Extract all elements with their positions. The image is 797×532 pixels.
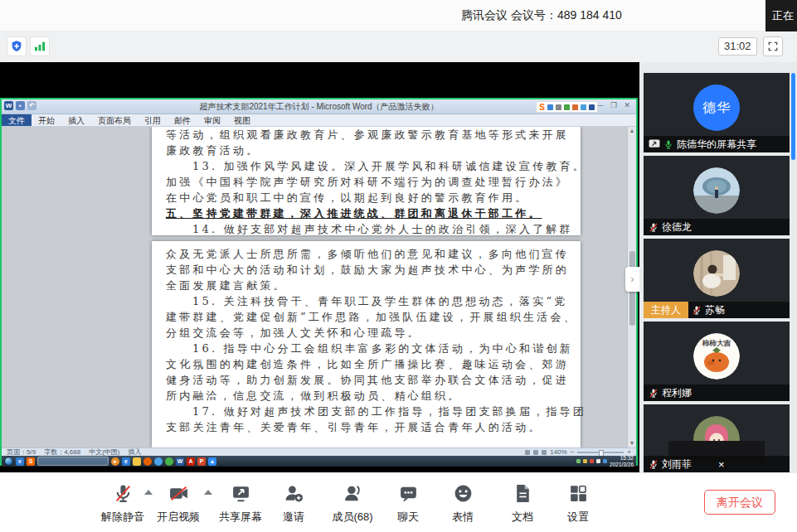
- document-icon: [513, 483, 533, 504]
- camera-off-icon: [168, 483, 189, 504]
- doc-heading: 五、坚持党建带群建，深入推进统战、群团和离退休干部工作。: [152, 206, 581, 221]
- pdf-icon[interactable]: A: [187, 457, 195, 466]
- fullscreen-icon: [767, 41, 779, 52]
- settings-button[interactable]: 设置: [549, 483, 607, 525]
- cloud-app-icon[interactable]: [154, 457, 163, 466]
- participants-sidebar: 德华 陈德华的屏幕共享: [639, 62, 797, 472]
- input-mode-icon: [547, 104, 553, 110]
- participant-tile[interactable]: 徐德龙: [644, 156, 790, 235]
- titlebar: 腾讯会议 会议号：489 184 410 正在: [0, 0, 797, 31]
- security-button[interactable]: [7, 36, 27, 56]
- view-mode-icon[interactable]: [525, 450, 530, 455]
- mic-input-icon: [572, 104, 578, 110]
- sogou-logo-icon: S: [539, 103, 545, 112]
- meeting-toolbar: 解除静音 开启视频 共享屏幕: [0, 472, 797, 532]
- word-taskbar-icon[interactable]: W: [176, 457, 184, 466]
- clock-time: 15:32: [610, 455, 634, 461]
- word-document-area: 等活动，组织观看廉政教育片、参观廉政警示教育基地等形式来开展 廉政教育活动。 1…: [2, 127, 636, 447]
- zoom-level: 140%: [550, 448, 566, 456]
- word-window-controls[interactable]: ─ ❐ ✕: [598, 101, 633, 109]
- doc-line: 15. 关注科技骨干、青年职工及学生群体的思想动态，落实“党: [152, 293, 581, 309]
- docs-button[interactable]: 文档: [493, 483, 552, 525]
- participant-name: 徐德龙: [662, 220, 692, 235]
- doc-line: 14. 做好支部对超声技术中心党外人士的政治引领，深入了解群: [152, 221, 581, 237]
- shield-plus-icon: [10, 40, 23, 53]
- sogou-input-toolbar: S: [536, 101, 598, 113]
- document-page-1: 等活动，组织观看廉政教育片、参观廉政警示教育基地等形式来开展 廉政教育活动。 1…: [152, 127, 581, 235]
- mic-muted-icon: [649, 222, 658, 233]
- invite-button[interactable]: 邀请: [265, 483, 323, 525]
- participant-tile[interactable]: 柿柿大吉 程利娜: [644, 322, 790, 401]
- signal-bars-icon: [33, 40, 46, 53]
- media-player-icon[interactable]: ▸: [111, 457, 119, 466]
- word-status-bar: 页面：5/9 字数：4,688 中文(中国) 插入 140% − +: [2, 447, 636, 456]
- start-button-icon[interactable]: [4, 457, 13, 466]
- doc-line: 廉政教育活动。: [152, 143, 581, 158]
- unmute-button[interactable]: 解除静音: [94, 483, 152, 525]
- word-tab-mailings[interactable]: 邮件: [168, 114, 197, 126]
- meeting-window: 腾讯会议 会议号：489 184 410 正在 31:02: [0, 0, 797, 532]
- scroll-down-icon[interactable]: ▼: [628, 439, 636, 447]
- tray-icon[interactable]: [576, 459, 581, 463]
- sidebar-scrollbar-thumb[interactable]: [791, 73, 795, 160]
- browser-360-icon[interactable]: [165, 457, 173, 466]
- members-icon: [343, 483, 363, 504]
- mic-on-icon: [663, 139, 673, 150]
- invite-icon: [284, 483, 304, 504]
- tray-icon[interactable]: [583, 459, 587, 463]
- close-icon[interactable]: ×: [718, 458, 725, 471]
- shared-screen-stage: W ▪ ↶ 超声技术支部2021年工作计划 - Microsoft Word（产…: [0, 62, 639, 472]
- start-video-button[interactable]: 开启视频: [149, 483, 207, 525]
- folder-icon[interactable]: [133, 457, 141, 466]
- tray-icon[interactable]: [596, 459, 600, 463]
- doc-line: 在中心党员和职工中的宣传，以期起到良好的警示教育作用。: [152, 190, 581, 206]
- doc-line: 分组交流会等，加强人文关怀和心理疏导。: [152, 325, 581, 341]
- leave-meeting-button[interactable]: 离开会议: [704, 490, 775, 515]
- word-tab-view[interactable]: 视图: [227, 114, 257, 126]
- sogou-icon[interactable]: S: [27, 457, 35, 466]
- doc-line: 全面发展建言献策。: [152, 278, 581, 293]
- word-tab-layout[interactable]: 页面布局: [91, 114, 138, 126]
- fullscreen-button[interactable]: [763, 36, 783, 56]
- keyboard-icon: [556, 104, 561, 110]
- view-mode-icon[interactable]: [542, 450, 547, 455]
- tray-icon[interactable]: [590, 459, 594, 463]
- word-tab-home[interactable]: 开始: [32, 114, 61, 126]
- powerpoint-icon[interactable]: P: [197, 457, 206, 466]
- meeting-title: 腾讯会议 会议号：489 184 410: [461, 8, 622, 23]
- ie-icon[interactable]: e: [122, 457, 130, 466]
- zoom-out-icon[interactable]: −: [571, 448, 575, 456]
- firefox-icon[interactable]: [143, 457, 152, 466]
- participant-tile[interactable]: 刘雨菲 ×: [644, 404, 790, 472]
- participant-name: 刘雨菲: [662, 457, 692, 472]
- chat-button[interactable]: 聊天: [379, 483, 437, 525]
- view-mode-icon[interactable]: [533, 450, 538, 455]
- word-tab-references[interactable]: 引用: [138, 114, 168, 126]
- members-button[interactable]: 成员(68): [323, 483, 381, 525]
- sharing-toast: 正在: [765, 0, 797, 31]
- meeting-app-icon[interactable]: ▲: [208, 457, 216, 466]
- avatar: [693, 250, 740, 297]
- mic-muted-icon: [649, 459, 658, 470]
- participant-tile[interactable]: 主持人 苏畅: [644, 239, 790, 318]
- word-tab-review[interactable]: 审阅: [197, 114, 227, 126]
- participant-name: 程利娜: [662, 386, 692, 400]
- ie-icon[interactable]: e: [16, 457, 24, 466]
- word-tab-insert[interactable]: 插入: [61, 114, 91, 126]
- share-screen-button[interactable]: 共享屏幕: [211, 483, 270, 525]
- zoom-slider[interactable]: [577, 452, 624, 453]
- active-task-button[interactable]: [37, 457, 109, 466]
- word-tab-file[interactable]: 文件: [2, 114, 32, 126]
- doc-line: 等活动，组织观看廉政教育片、参观廉政警示教育基地等形式来开展: [152, 127, 581, 143]
- emoji-button[interactable]: 表情: [434, 483, 492, 525]
- tray-icon[interactable]: [603, 459, 607, 463]
- network-status-button[interactable]: [30, 36, 50, 56]
- scroll-up-icon[interactable]: ▲: [628, 127, 636, 135]
- sidebar-collapse-button[interactable]: ›: [625, 267, 639, 292]
- doc-line: 支部和中心大的活动和计划，鼓励大家为超声技术中心、为声学所的: [152, 262, 581, 278]
- doc-line: 众及无党派人士所思所需，多倾听他们的意见和建议，多向他们宣传: [152, 246, 581, 262]
- mail-icon: [564, 104, 570, 110]
- windows-taskbar: e S ▸ e W A P ▲: [2, 456, 636, 467]
- document-page-2: 众及无党派人士所思所需，多倾听他们的意见和建议，多向他们宣传 支部和中心大的活动…: [152, 241, 581, 447]
- participant-tile[interactable]: 德华 陈德华的屏幕共享: [644, 73, 790, 152]
